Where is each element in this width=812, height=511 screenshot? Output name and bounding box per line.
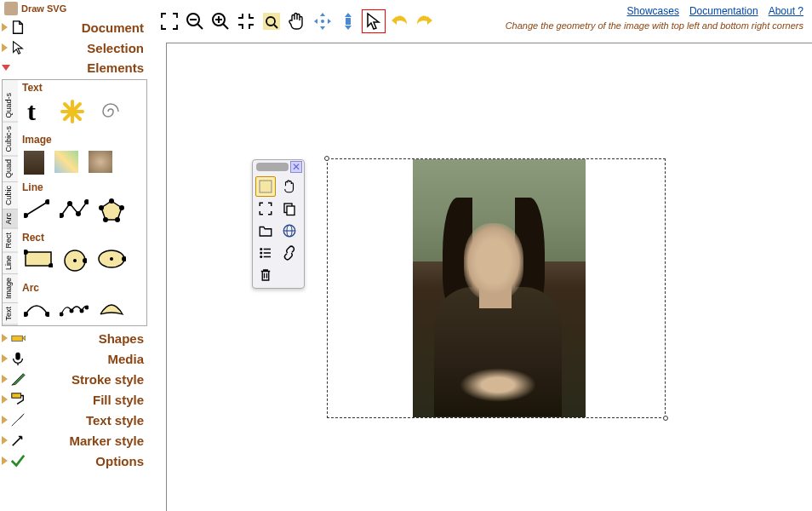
paint-roller-icon bbox=[10, 392, 26, 407]
ellipse-tool-icon[interactable] bbox=[97, 249, 126, 275]
canvas[interactable]: ✕ bbox=[166, 43, 812, 511]
resize-vertical-icon[interactable] bbox=[336, 9, 360, 33]
image-selection[interactable] bbox=[327, 158, 666, 418]
menu-label: Selection bbox=[87, 41, 147, 55]
menu-elements[interactable]: Elements bbox=[0, 58, 149, 78]
top-links: Showcases Documentation About ? bbox=[627, 5, 803, 17]
svg-point-10 bbox=[76, 211, 81, 216]
polygon-tool-icon[interactable] bbox=[99, 198, 124, 225]
main-area: Showcases Documentation About ? Change t… bbox=[149, 0, 812, 511]
resize-handle-br[interactable] bbox=[663, 416, 668, 421]
hint-text: Change the geometry of the image with to… bbox=[506, 20, 803, 31]
arrow-icon bbox=[10, 433, 26, 448]
fit-view-icon[interactable] bbox=[255, 198, 276, 219]
trash-icon[interactable] bbox=[255, 265, 276, 285]
resize-handle-tl[interactable] bbox=[324, 156, 329, 161]
svg-text:t: t bbox=[27, 99, 36, 124]
section-image-title: Image bbox=[22, 134, 142, 146]
arc-tool-icon[interactable] bbox=[24, 299, 49, 320]
image-thumb-1[interactable] bbox=[24, 151, 44, 175]
svg-line-40 bbox=[223, 24, 228, 29]
image-thumb-3[interactable] bbox=[89, 151, 112, 175]
menu-label: Shapes bbox=[99, 331, 147, 346]
spiral-icon[interactable] bbox=[95, 99, 121, 127]
circle-tool-icon[interactable] bbox=[63, 249, 87, 275]
svg-point-14 bbox=[119, 205, 124, 210]
svg-rect-33 bbox=[12, 336, 23, 341]
tab-cubic[interactable]: Cubic bbox=[3, 182, 18, 210]
menu-document[interactable]: Document bbox=[0, 17, 149, 37]
menu-marker[interactable]: Marker style bbox=[0, 430, 149, 451]
list-icon[interactable] bbox=[255, 243, 276, 263]
pointer-icon bbox=[10, 40, 26, 55]
image-thumb-2[interactable] bbox=[54, 151, 78, 175]
move-icon[interactable] bbox=[311, 9, 335, 33]
folder-icon[interactable] bbox=[255, 221, 276, 241]
svg-point-29 bbox=[60, 313, 64, 317]
documentation-link[interactable]: Documentation bbox=[689, 5, 758, 17]
closed-arc-tool-icon[interactable] bbox=[99, 299, 124, 320]
expand-icon bbox=[2, 375, 8, 383]
svg-marker-12 bbox=[101, 201, 122, 220]
app-logo-icon bbox=[4, 2, 18, 15]
menu-media[interactable]: Media bbox=[0, 348, 149, 369]
zoom-region-icon[interactable] bbox=[260, 9, 283, 33]
tab-rect[interactable]: Rect bbox=[3, 229, 18, 253]
copy-icon[interactable] bbox=[279, 198, 300, 219]
menu-options[interactable]: Options bbox=[0, 451, 149, 471]
svg-point-31 bbox=[80, 309, 84, 313]
collapse-icon[interactable] bbox=[234, 9, 258, 33]
menu-fill[interactable]: Fill style bbox=[0, 389, 149, 410]
svg-rect-18 bbox=[26, 252, 51, 266]
about-link[interactable]: About ? bbox=[769, 5, 803, 17]
move-hand-icon[interactable] bbox=[279, 176, 300, 197]
panel-drag-handle[interactable]: ✕ bbox=[253, 160, 304, 174]
elements-content: Text t Image Line bbox=[18, 80, 146, 325]
menu-label: Options bbox=[95, 454, 147, 468]
starburst-icon[interactable] bbox=[60, 99, 85, 127]
showcases-link[interactable]: Showcases bbox=[627, 5, 679, 17]
svg-point-55 bbox=[260, 252, 262, 255]
svg-line-5 bbox=[26, 202, 48, 215]
menu-label: Text style bbox=[86, 413, 147, 428]
text-tool-icon[interactable]: t bbox=[24, 99, 49, 127]
menu-text-style[interactable]: Text style bbox=[0, 410, 149, 430]
app-header: Draw SVG bbox=[0, 0, 149, 17]
close-panel-icon[interactable]: ✕ bbox=[290, 161, 302, 173]
menu-shapes[interactable]: Shapes bbox=[0, 328, 149, 348]
tab-line[interactable]: Line bbox=[3, 252, 18, 274]
tab-image[interactable]: Image bbox=[3, 274, 18, 303]
polyline-tool-icon[interactable] bbox=[60, 198, 89, 225]
tab-arc[interactable]: Arc bbox=[3, 210, 18, 229]
svg-point-15 bbox=[115, 217, 120, 222]
svg-point-46 bbox=[321, 20, 324, 23]
undo-icon[interactable] bbox=[387, 9, 411, 33]
zoom-fit-icon[interactable] bbox=[157, 9, 181, 33]
rect-tool-icon[interactable] bbox=[24, 249, 53, 275]
menu-stroke[interactable]: Stroke style bbox=[0, 369, 149, 389]
section-text-title: Text bbox=[22, 82, 142, 94]
pointer-select-icon[interactable] bbox=[362, 9, 386, 33]
menu-label: Stroke style bbox=[71, 372, 147, 387]
menu-selection[interactable]: Selection bbox=[0, 37, 149, 58]
svg-point-13 bbox=[109, 198, 114, 204]
tab-quad-s[interactable]: Quad-s bbox=[3, 89, 18, 123]
tab-text[interactable]: Text bbox=[3, 303, 18, 325]
expand-icon bbox=[2, 436, 8, 445]
tab-quad[interactable]: Quad bbox=[3, 156, 18, 182]
section-arc-title: Arc bbox=[22, 282, 142, 294]
zoom-out-icon[interactable] bbox=[183, 9, 207, 33]
mona-lisa-image[interactable] bbox=[413, 159, 586, 417]
zoom-in-icon[interactable] bbox=[209, 9, 232, 33]
svg-rect-50 bbox=[287, 206, 294, 215]
tab-cubic-s[interactable]: Cubic-s bbox=[3, 123, 18, 157]
multi-arc-tool-icon[interactable] bbox=[60, 299, 89, 320]
pan-hand-icon[interactable] bbox=[285, 9, 309, 33]
redo-icon[interactable] bbox=[413, 9, 437, 33]
globe-icon[interactable] bbox=[279, 221, 300, 241]
expand-icon bbox=[2, 23, 8, 32]
line-tool-icon[interactable] bbox=[24, 198, 49, 225]
select-geometry-icon[interactable] bbox=[255, 176, 276, 197]
expand-icon bbox=[2, 456, 8, 465]
link-icon[interactable] bbox=[279, 243, 300, 263]
